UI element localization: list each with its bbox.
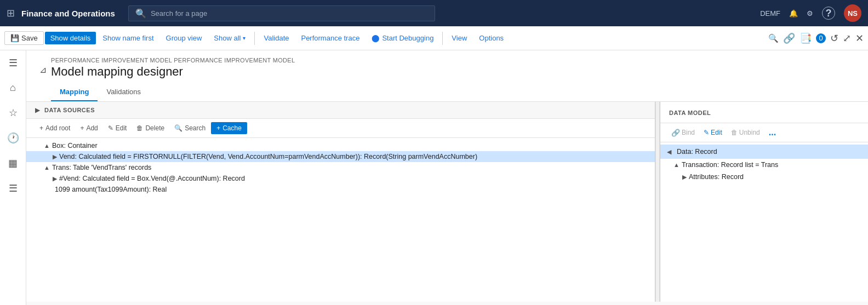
search-input[interactable] bbox=[151, 9, 428, 18]
tenant-label: DEMF bbox=[760, 9, 780, 18]
help-icon[interactable]: ? bbox=[822, 7, 835, 20]
unbind-button[interactable]: 🗑 Unbind bbox=[729, 128, 762, 137]
search-button[interactable]: 🔍 Search bbox=[170, 123, 210, 134]
tab-mapping[interactable]: Mapping bbox=[51, 83, 98, 101]
page-header: ⊿ PERFORMANCE IMPROVEMENT MODEL PERFORMA… bbox=[26, 50, 868, 102]
badge: 0 bbox=[816, 33, 826, 43]
tab-validations[interactable]: Validations bbox=[98, 83, 150, 101]
toolbar-search-icon[interactable]: 🔍 bbox=[768, 33, 779, 43]
plus-icon: + bbox=[39, 124, 43, 132]
add-root-button[interactable]: + Add root bbox=[35, 123, 75, 134]
tree-expand-vend-icon: ▶ bbox=[53, 153, 57, 160]
cache-button[interactable]: + Cache bbox=[211, 122, 247, 134]
cache-plus-icon: + bbox=[216, 124, 220, 132]
ds-expand-icon[interactable]: ▶ bbox=[35, 106, 40, 114]
notification-icon[interactable]: 🔔 bbox=[789, 9, 798, 18]
ds-toolbar: + Add root + Add ✎ Edit 🗑 Delete 🔍 S bbox=[26, 119, 655, 138]
tree-collapse-trans-icon: ▲ bbox=[44, 164, 50, 171]
ds-title: DATA SOURCES bbox=[44, 107, 95, 113]
dm-title: DATA MODEL bbox=[669, 110, 711, 116]
sidebar-favorites-icon[interactable]: ☆ bbox=[7, 105, 20, 121]
performance-trace-button[interactable]: Performance trace bbox=[295, 32, 365, 44]
delete-button[interactable]: 🗑 Delete bbox=[132, 123, 169, 134]
bind-button[interactable]: 🔗 Bind bbox=[669, 128, 697, 138]
dm-edit-icon: ✎ bbox=[704, 129, 709, 136]
page-title: Model mapping designer bbox=[51, 65, 295, 79]
ds-header: ▶ DATA SOURCES bbox=[26, 102, 655, 119]
data-sources-panel: ▶ DATA SOURCES + Add root + Add ✎ Edit bbox=[26, 102, 655, 302]
top-nav: ⊞ Finance and Operations 🔍 DEMF 🔔 ⚙ ? NS bbox=[0, 0, 868, 26]
search-icon: 🔍 bbox=[135, 8, 146, 19]
main-toolbar: 💾 Save Show details Show name first Grou… bbox=[0, 26, 868, 50]
app-title: Finance and Operations bbox=[21, 9, 115, 18]
search-bar[interactable]: 🔍 bbox=[128, 5, 435, 21]
dm-edit-button[interactable]: ✎ Edit bbox=[701, 128, 724, 137]
data-sources-tree: ▲ Box: Container ▶ Vend: Calculated fiel… bbox=[26, 138, 655, 289]
tree-item-vend[interactable]: ▶ Vend: Calculated field = FIRSTORNULL(F… bbox=[26, 151, 655, 162]
bookmark2-icon[interactable]: 📑 bbox=[800, 32, 812, 44]
sidebar-list-icon[interactable]: ☰ bbox=[7, 180, 20, 197]
expand-icon[interactable]: ⤢ bbox=[843, 32, 851, 44]
left-sidebar: ☰ ⌂ ☆ 🕐 ▦ ☰ bbox=[0, 50, 26, 305]
start-debugging-button[interactable]: ⬤ Start Debugging bbox=[366, 32, 439, 44]
separator-2 bbox=[442, 32, 443, 45]
main-content: ⊿ PERFORMANCE IMPROVEMENT MODEL PERFORMA… bbox=[26, 50, 868, 305]
save-button[interactable]: 💾 Save bbox=[4, 31, 44, 45]
breadcrumb: PERFORMANCE IMPROVEMENT MODEL PERFORMANC… bbox=[51, 57, 295, 64]
tree-item-trans[interactable]: ▲ Trans: Table 'VendTrans' records bbox=[26, 162, 655, 173]
tabs-container: Mapping Validations bbox=[51, 83, 295, 101]
tree-item-hash-vend[interactable]: ▶ #Vend: Calculated field = Box.Vend(@.A… bbox=[26, 173, 655, 184]
dm-toolbar: 🔗 Bind ✎ Edit 🗑 Unbind ... bbox=[660, 123, 868, 142]
save-icon: 💾 bbox=[10, 34, 19, 42]
show-all-dropdown-icon: ▾ bbox=[243, 35, 245, 41]
dm-tree-item-attributes[interactable]: ▶ Attributes: Record bbox=[660, 171, 868, 183]
add-button[interactable]: + Add bbox=[76, 123, 102, 134]
panel-splitter[interactable] bbox=[655, 102, 660, 302]
tree-expand-hash-vend-icon: ▶ bbox=[53, 175, 57, 182]
dm-collapse-icon: ◀ bbox=[667, 148, 671, 156]
unbind-icon: 🗑 bbox=[731, 129, 738, 136]
settings-icon[interactable]: ⚙ bbox=[807, 9, 813, 18]
show-details-button[interactable]: Show details bbox=[45, 32, 96, 44]
dm-tree-item-data[interactable]: ◀ Data: Record bbox=[660, 145, 868, 159]
options-button[interactable]: Options bbox=[473, 32, 509, 44]
close-icon[interactable]: ✕ bbox=[855, 32, 864, 44]
edit-button[interactable]: ✎ Edit bbox=[104, 123, 132, 134]
show-name-first-button[interactable]: Show name first bbox=[97, 32, 159, 44]
dm-header: DATA MODEL bbox=[660, 102, 868, 123]
grid-menu-icon[interactable]: ⊞ bbox=[7, 7, 15, 19]
dm-expand-attr-icon: ▶ bbox=[682, 174, 687, 181]
avatar[interactable]: NS bbox=[844, 4, 861, 22]
edit-icon: ✎ bbox=[108, 124, 113, 132]
bookmark-icon[interactable]: 🔗 bbox=[783, 32, 795, 44]
tree-item-1099[interactable]: 1099 amount(Tax1099Amount): Real bbox=[26, 184, 655, 195]
refresh-icon[interactable]: ↺ bbox=[830, 32, 838, 44]
plus2-icon: + bbox=[80, 124, 84, 132]
more-options-button[interactable]: ... bbox=[767, 126, 778, 139]
tree-item-box-container[interactable]: ▲ Box: Container bbox=[26, 140, 655, 151]
sidebar-home-icon[interactable]: ⌂ bbox=[8, 80, 18, 96]
sidebar-grid-icon[interactable]: ▦ bbox=[6, 155, 20, 171]
dm-tree-item-transaction[interactable]: ▲ Transaction: Record list = Trans bbox=[660, 159, 868, 171]
search2-icon: 🔍 bbox=[174, 124, 182, 132]
validate-button[interactable]: Validate bbox=[258, 32, 294, 44]
debug-icon: ⬤ bbox=[372, 34, 380, 42]
tree-collapse-icon: ▲ bbox=[44, 142, 50, 149]
trash-icon: 🗑 bbox=[136, 124, 143, 132]
nav-right: DEMF 🔔 ⚙ ? NS bbox=[760, 4, 861, 22]
bind-icon: 🔗 bbox=[671, 129, 680, 137]
sidebar-recent-icon[interactable]: 🕐 bbox=[5, 130, 21, 146]
sidebar-menu-icon[interactable]: ☰ bbox=[7, 55, 20, 71]
group-view-button[interactable]: Group view bbox=[161, 32, 208, 44]
data-model-tree: ◀ Data: Record ▲ Transaction: Record lis… bbox=[660, 142, 868, 185]
data-model-panel: DATA MODEL 🔗 Bind ✎ Edit 🗑 Unbind ... bbox=[660, 102, 868, 302]
view-button[interactable]: View bbox=[446, 32, 472, 44]
dm-collapse-trans-icon: ▲ bbox=[673, 162, 679, 168]
separator-1 bbox=[254, 32, 255, 45]
content-area: ▶ DATA SOURCES + Add root + Add ✎ Edit bbox=[26, 102, 868, 302]
filter-icon[interactable]: ⊿ bbox=[39, 65, 47, 75]
show-all-button[interactable]: Show all ▾ bbox=[208, 32, 251, 44]
